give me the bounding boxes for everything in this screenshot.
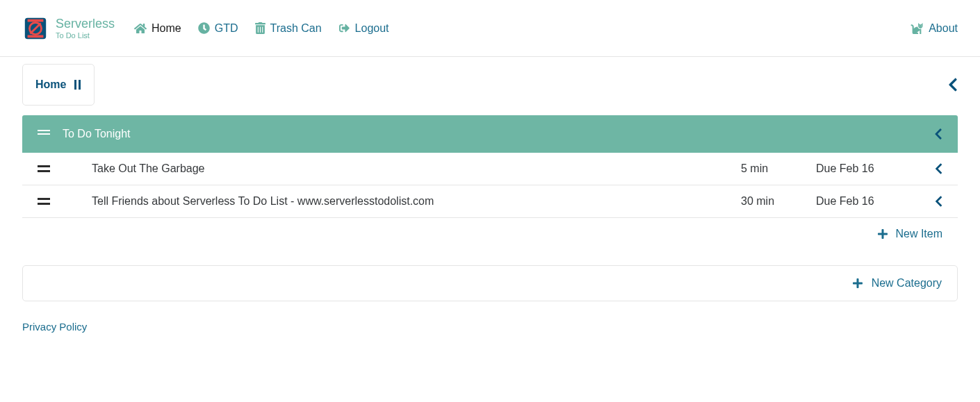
svg-rect-11: [38, 170, 50, 172]
brand-logo-icon: [22, 15, 49, 42]
task-row[interactable]: Take Out The Garbage 5 min Due Feb 16: [22, 153, 958, 185]
svg-rect-2: [28, 35, 44, 37]
task-estimate: 30 min: [741, 195, 803, 208]
task-due: Due Feb 16: [816, 162, 913, 175]
privacy-link[interactable]: Privacy Policy: [22, 321, 958, 333]
topbar: Serverless To Do List Home GTD Trash Can: [0, 0, 980, 57]
new-item-button[interactable]: New Item: [22, 218, 958, 253]
svg-rect-12: [38, 198, 50, 200]
nav-about[interactable]: About: [910, 22, 958, 35]
task-due: Due Feb 16: [816, 195, 913, 208]
task-title: Take Out The Garbage: [92, 162, 728, 175]
main-container: Home To Do Tonight Take Out The Garbage …: [0, 57, 980, 349]
breadcrumb-label: Home: [35, 78, 66, 91]
nav-logout-label: Logout: [355, 22, 389, 35]
category-title: To Do Tonight: [63, 128, 922, 140]
drag-handle-icon[interactable]: [38, 198, 53, 205]
nav-trash-label: Trash Can: [270, 22, 322, 35]
new-category-button[interactable]: New Category: [22, 265, 958, 301]
trash-icon: [255, 22, 266, 34]
drag-handle-icon[interactable]: [38, 130, 50, 138]
nav-logout[interactable]: Logout: [338, 22, 389, 35]
nav-home[interactable]: Home: [134, 22, 181, 35]
task-estimate: 5 min: [741, 162, 803, 175]
breadcrumb[interactable]: Home: [22, 64, 95, 106]
svg-rect-13: [38, 203, 50, 205]
brand[interactable]: Serverless To Do List: [22, 15, 115, 42]
svg-rect-6: [79, 80, 81, 90]
svg-rect-7: [38, 130, 50, 131]
home-icon: [134, 23, 147, 34]
nav-gtd-label: GTD: [215, 22, 238, 35]
brand-text: Serverless To Do List: [56, 17, 115, 40]
nav-home-label: Home: [152, 22, 181, 35]
svg-rect-10: [38, 165, 50, 167]
cat-icon: [910, 22, 923, 34]
breadcrumb-row: Home: [22, 64, 958, 106]
svg-rect-5: [74, 80, 76, 90]
brand-subtitle: To Do List: [56, 31, 115, 40]
plus-icon: [877, 228, 888, 240]
task-title: Tell Friends about Serverless To Do List…: [92, 195, 728, 208]
nav-links: Home GTD Trash Can Logout: [134, 22, 910, 35]
pause-icon[interactable]: [74, 80, 81, 90]
collapse-all-chevron-icon[interactable]: [948, 77, 958, 92]
task-expand-chevron-icon[interactable]: [926, 162, 942, 175]
svg-rect-1: [28, 19, 44, 22]
new-category-label: New Category: [872, 277, 942, 290]
category-header[interactable]: To Do Tonight: [22, 115, 958, 153]
plus-icon: [852, 278, 863, 289]
nav-gtd[interactable]: GTD: [198, 22, 238, 35]
task-row[interactable]: Tell Friends about Serverless To Do List…: [22, 185, 958, 218]
brand-title: Serverless: [56, 17, 115, 31]
new-item-label: New Item: [895, 228, 942, 240]
task-expand-chevron-icon[interactable]: [926, 195, 942, 208]
svg-rect-8: [38, 133, 50, 135]
sign-out-icon: [338, 23, 350, 33]
nav-about-label: About: [929, 22, 958, 35]
nav-trash[interactable]: Trash Can: [255, 22, 322, 35]
clock-icon: [198, 22, 210, 34]
category-collapse-chevron-icon[interactable]: [934, 128, 942, 140]
drag-handle-icon[interactable]: [38, 165, 53, 172]
